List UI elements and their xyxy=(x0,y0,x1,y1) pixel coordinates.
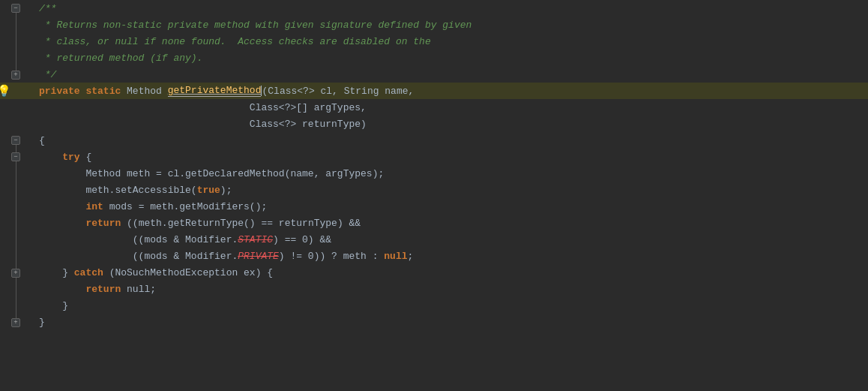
code-line-8: Class<?> returnType) xyxy=(0,116,868,132)
gutter-8 xyxy=(0,116,31,132)
token xyxy=(39,201,85,212)
token: ((mods & Modifier. xyxy=(39,251,238,262)
token-method-name: getPrivateMethod xyxy=(168,85,262,97)
gutter-13 xyxy=(0,198,31,215)
line-content-7: Class<?>[] argTypes, xyxy=(31,99,868,116)
line-content-15: ((mods & Modifier.STATIC) == 0) && xyxy=(31,231,868,248)
code-line-14: return ((meth.getReturnType() == returnT… xyxy=(0,215,868,231)
fold-btn-1[interactable]: − xyxy=(11,4,20,13)
code-line-1: − /** xyxy=(0,0,868,17)
gutter-18 xyxy=(0,281,31,297)
token: try xyxy=(62,152,79,163)
fold-btn-9[interactable]: − xyxy=(11,136,20,145)
token: mods = meth.getModifiers(); xyxy=(103,201,267,212)
token: /** xyxy=(39,3,56,14)
token: ((mods & Modifier. xyxy=(39,234,238,245)
code-line-19: } xyxy=(0,297,868,314)
line-content-16: ((mods & Modifier.PRIVATE) != 0)) ? meth… xyxy=(31,248,868,264)
gutter-20: + xyxy=(0,314,31,330)
gutter-15 xyxy=(0,231,31,248)
fold-btn-20[interactable]: + xyxy=(11,318,20,327)
gutter-9: − xyxy=(0,132,31,149)
token: catch xyxy=(74,267,103,278)
fold-btn-5[interactable]: + xyxy=(11,71,20,80)
token: private xyxy=(39,86,80,97)
code-line-13: int mods = meth.getModifiers(); xyxy=(0,198,868,215)
token: return xyxy=(85,284,121,295)
code-area: − /** * Returns non-static private metho… xyxy=(0,0,868,391)
token: (Class<?> cl, String name, xyxy=(262,86,414,97)
token-private: PRIVATE xyxy=(238,251,279,262)
token: meth.setAccessible( xyxy=(39,185,197,196)
gutter-12 xyxy=(0,182,31,198)
token: true xyxy=(197,185,220,196)
token xyxy=(39,284,85,295)
gutter-19 xyxy=(0,297,31,314)
gutter-16 xyxy=(0,248,31,264)
code-line-5: + */ xyxy=(0,66,868,83)
token xyxy=(39,152,62,163)
gutter-7 xyxy=(0,99,31,116)
code-line-10: − try { xyxy=(0,149,868,165)
code-line-18: return null; xyxy=(0,281,868,297)
line-content-20: } xyxy=(31,314,868,330)
token: } xyxy=(39,317,45,328)
fold-btn-17[interactable]: + xyxy=(11,269,20,278)
line-content-10: try { xyxy=(31,149,868,165)
code-editor: − /** * Returns non-static private metho… xyxy=(0,0,868,391)
line-content-8: Class<?> returnType) xyxy=(31,116,868,132)
line-content-9: { xyxy=(31,132,868,149)
token: * Returns non-static private method with… xyxy=(39,20,471,31)
token: } xyxy=(39,300,68,311)
token: ) == 0) && xyxy=(273,234,331,245)
line-content-12: meth.setAccessible(true); xyxy=(31,182,868,198)
token: { xyxy=(39,135,45,146)
token: Class<?>[] argTypes, xyxy=(39,102,367,113)
fold-btn-10[interactable]: − xyxy=(11,152,20,161)
token-static: STATIC xyxy=(238,234,273,245)
token: ((meth.getReturnType() == returnType) && xyxy=(121,218,361,229)
code-line-15: ((mods & Modifier.STATIC) == 0) && xyxy=(0,231,868,248)
line-content-17: } catch (NoSuchMethodException ex) { xyxy=(31,264,868,281)
token: } xyxy=(39,267,74,278)
token: return xyxy=(85,218,121,229)
gutter-5: + xyxy=(0,66,31,83)
token: null; xyxy=(121,284,156,295)
token: Method meth = cl.getDeclaredMethod(name,… xyxy=(39,168,384,179)
token: * class, or null if none found. Access c… xyxy=(39,36,431,47)
line-content-19: } xyxy=(31,297,868,314)
code-line-2: * Returns non-static private method with… xyxy=(0,17,868,33)
token: ; xyxy=(408,251,414,262)
line-content-1: /** xyxy=(31,0,868,17)
line-content-11: Method meth = cl.getDeclaredMethod(name,… xyxy=(31,165,868,182)
code-line-7: Class<?>[] argTypes, xyxy=(0,99,868,116)
token: null xyxy=(384,251,407,262)
token: int xyxy=(85,201,103,212)
line-content-14: return ((meth.getReturnType() == returnT… xyxy=(31,215,868,231)
code-line-16: ((mods & Modifier.PRIVATE) != 0)) ? meth… xyxy=(0,248,868,264)
line-content-6[interactable]: private static Method getPrivateMethod(C… xyxy=(31,83,868,99)
code-line-4: * returned method (if any). xyxy=(0,50,868,66)
token xyxy=(80,86,86,97)
code-line-20: + } xyxy=(0,314,868,330)
gutter-14 xyxy=(0,215,31,231)
code-lines-container: − /** * Returns non-static private metho… xyxy=(0,0,868,391)
line-content-5: */ xyxy=(31,66,868,83)
line-content-18: return null; xyxy=(31,281,868,297)
token: Class<?> returnType) xyxy=(39,119,367,130)
line-content-13: int mods = meth.getModifiers(); xyxy=(31,198,868,215)
gutter-4 xyxy=(0,50,31,66)
code-line-11: Method meth = cl.getDeclaredMethod(name,… xyxy=(0,165,868,182)
line-content-4: * returned method (if any). xyxy=(31,50,868,66)
line-content-2: * Returns non-static private method with… xyxy=(31,17,868,33)
token: ) != 0)) ? meth : xyxy=(279,251,384,262)
gutter-6: 💡 xyxy=(0,83,31,99)
lightbulb-icon[interactable]: 💡 xyxy=(0,84,11,98)
token: ); xyxy=(220,185,232,196)
gutter-10: − xyxy=(0,149,31,165)
gutter-2 xyxy=(0,17,31,33)
gutter-17: + xyxy=(0,264,31,281)
line-content-3: * class, or null if none found. Access c… xyxy=(31,33,868,50)
token: Method xyxy=(121,86,167,97)
code-line-12: meth.setAccessible(true); xyxy=(0,182,868,198)
